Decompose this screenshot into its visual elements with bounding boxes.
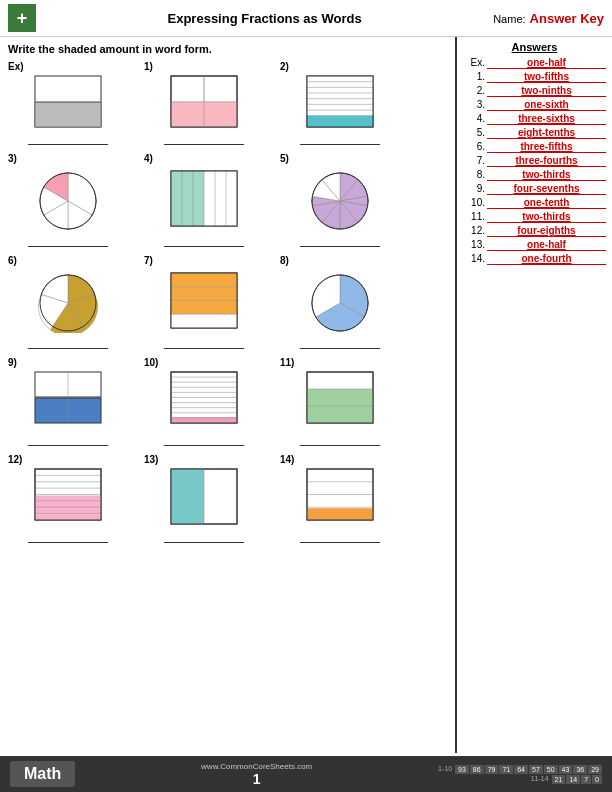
svg-rect-35 [193,171,204,226]
problem-row-9-11: 9) 10) [8,357,447,446]
answer-text: eight-tenths [487,127,606,139]
problem-13-diagram [169,467,239,527]
svg-rect-7 [204,102,237,127]
problem-13-answer-line [164,531,244,543]
answer-number: 8. [463,169,485,180]
answer-item: 2. two-ninths [463,85,606,97]
answer-text: two-fifths [487,71,606,83]
problem-row-678: 6) 7) [8,255,447,349]
problem-14-label: 14) [280,454,294,465]
footer-center: www.CommonCoreSheets.com 1 [201,762,312,787]
svg-rect-86 [35,515,101,520]
problem-3-answer-line [28,235,108,247]
problem-10-diagram [169,370,239,430]
problem-1: 1) [144,61,264,145]
name-label: Name: [493,13,525,25]
problem-3: 3) [8,153,128,247]
problem-1-label: 1) [144,61,153,72]
problem-8-answer-line [300,337,380,349]
answer-item: 3. one-sixth [463,99,606,111]
problem-9-label: 9) [8,357,17,368]
problem-10-label: 10) [144,357,158,368]
answer-item: 12. four-eighths [463,225,606,237]
problem-11-label: 11) [280,357,294,368]
problem-2-answer-line [300,133,380,145]
svg-rect-33 [171,171,182,226]
instruction: Write the shaded amount in word form. [8,43,447,55]
problem-4-label: 4) [144,153,153,164]
answer-text: three-fifths [487,141,606,153]
problem-row-ex: Ex) 1) [8,61,447,145]
svg-rect-96 [171,469,204,524]
problem-10: 10) [144,357,264,446]
footer-math-label: Math [24,765,61,782]
problem-8-diagram [305,268,375,333]
footer-website: www.CommonCoreSheets.com [201,762,312,771]
problem-9-diagram [33,370,103,430]
problem-14: 14) [280,454,400,543]
answer-text: one-fourth [487,253,606,265]
problem-6: 6) [8,255,128,349]
problem-1-answer-line [164,133,244,145]
answer-text: one-tenth [487,197,606,209]
answer-number: 3. [463,99,485,110]
problem-7-diagram [169,268,239,333]
answer-number: 11. [463,211,485,222]
problem-ex: Ex) [8,61,128,145]
problem-14-answer-line [300,531,380,543]
svg-rect-78 [307,406,373,423]
problem-7-answer-line [164,337,244,349]
problem-8: 8) [280,255,400,349]
answer-number: 6. [463,141,485,152]
answer-item: Ex. one-half [463,57,606,69]
answer-text: four-sevenths [487,183,606,195]
svg-rect-53 [171,314,237,328]
problem-9: 9) [8,357,128,446]
answer-item: 1. two-fifths [463,71,606,83]
problem-12-diagram [33,467,103,527]
answer-number: Ex. [463,57,485,68]
answer-text: two-thirds [487,211,606,223]
svg-rect-37 [215,171,226,226]
problem-3-diagram [33,166,103,231]
svg-rect-16 [307,99,373,105]
answer-key-panel: Answers Ex. one-half1. two-fifths2. two-… [457,37,612,753]
svg-rect-1 [35,102,101,127]
footer-scores: 1-10 93 86 79 71 64 57 50 43 36 29 11-14… [438,765,602,784]
problem-11: 11) [280,357,400,446]
answer-number: 2. [463,85,485,96]
problem-3-label: 3) [8,153,17,164]
answer-item: 9. four-sevenths [463,183,606,195]
problem-5: 5) [280,153,400,247]
answer-text: two-ninths [487,85,606,97]
problem-5-label: 5) [280,153,289,164]
problem-13-label: 13) [144,454,158,465]
svg-rect-14 [307,87,373,93]
svg-rect-36 [204,171,215,226]
answers-list: Ex. one-half1. two-fifths2. two-ninths3.… [463,57,606,265]
problem-11-diagram [305,370,375,430]
problem-row-345: 3) 4) [8,153,447,247]
problem-2: 2) [280,61,400,145]
svg-rect-15 [307,93,373,99]
page-title: Expressing Fractions as Words [36,11,493,26]
problem-12-answer-line [28,531,108,543]
problem-2-diagram [305,74,375,129]
answer-number: 10. [463,197,485,208]
main-content: Write the shaded amount in word form. Ex… [0,37,612,753]
answer-text: one-half [487,57,606,69]
svg-rect-18 [307,110,373,116]
svg-rect-38 [226,171,237,226]
worksheet: Write the shaded amount in word form. Ex… [0,37,457,753]
answer-key-label: Answer Key [530,11,604,26]
problem-4-answer-line [164,235,244,247]
answer-text: one-sixth [487,99,606,111]
svg-rect-6 [171,102,204,127]
problem-6-label: 6) [8,255,17,266]
problem-7: 7) [144,255,264,349]
svg-rect-50 [171,273,237,287]
svg-rect-12 [307,76,373,82]
problem-10-answer-line [164,434,244,446]
answer-text: three-sixths [487,113,606,125]
answer-key-header: Answers [463,41,606,53]
